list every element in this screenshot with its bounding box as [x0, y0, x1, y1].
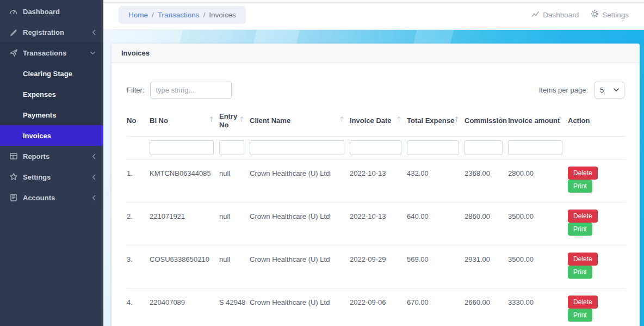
client-name-filter-input[interactable]	[250, 140, 344, 155]
chevron-left-icon	[92, 174, 96, 180]
column-header-bl-no[interactable]: Bl No	[150, 107, 219, 136]
invoice-amount-filter-input[interactable]	[508, 140, 562, 155]
column-header-client-name[interactable]: Client Name	[250, 107, 350, 136]
cell-commission: 2660.00	[465, 288, 508, 326]
sort-up-icon[interactable]	[397, 116, 401, 125]
sidebar-item-expenses[interactable]: Expenses	[0, 84, 103, 104]
delete-button[interactable]: Delete	[568, 210, 598, 223]
cell-expense: 432.00	[407, 159, 465, 202]
cell-no: 2.	[127, 202, 150, 245]
table-row: 3. COSU6338650210 null Crown Healthcare …	[127, 245, 626, 288]
sidebar-item-settings[interactable]: Settings	[0, 167, 103, 187]
content-area: Home / Transactions / Invoices Dashboard…	[103, 0, 644, 326]
breadcrumb-separator: /	[152, 11, 154, 19]
gauge-icon	[9, 7, 18, 16]
top-right-links: Dashboard Settings	[531, 10, 629, 20]
delete-button[interactable]: Delete	[568, 167, 598, 180]
column-header-invoice-amount[interactable]: Invoice amount	[508, 107, 568, 136]
cell-date: 2022-09-06	[350, 288, 407, 326]
delete-button[interactable]: Delete	[568, 296, 598, 309]
total-expense-filter-input[interactable]	[407, 140, 459, 155]
cell-client: Crown Healthcare (U) Ltd	[250, 288, 350, 326]
sidebar-item-label: Accounts	[23, 194, 55, 202]
print-button[interactable]: Print	[568, 223, 592, 236]
table-row: 4. 220407089 S 42948 Crown Healthcare (U…	[127, 288, 626, 326]
panel-title: Invoices	[112, 44, 640, 63]
sort-up-icon[interactable]	[239, 116, 244, 125]
cell-bl-no: COSU6338650210	[150, 245, 219, 288]
cell-date: 2022-10-13	[350, 202, 407, 245]
sidebar-item-payments[interactable]: Payments	[0, 104, 103, 125]
top-dashboard-link[interactable]: Dashboard	[531, 10, 579, 20]
sort-up-icon[interactable]	[454, 116, 459, 125]
sidebar-item-clearing-stage[interactable]: Clearing Stage	[0, 63, 103, 84]
sidebar-item-label: Registration	[23, 28, 64, 36]
invoices-table: No Bl No Entry No Client Name Invoice Da…	[127, 107, 626, 326]
delete-button[interactable]: Delete	[568, 253, 598, 266]
cell-bl-no: KMTCNB06344085	[150, 159, 219, 202]
cell-expense: 670.00	[407, 288, 465, 326]
gear-icon	[591, 10, 599, 20]
entry-no-filter-input[interactable]	[219, 140, 244, 155]
cell-no: 3.	[127, 245, 150, 288]
sidebar-item-label: Expenses	[23, 90, 56, 99]
filter-label: Filter:	[127, 86, 145, 94]
items-per-page-value: 5	[600, 86, 604, 94]
print-button[interactable]: Print	[568, 180, 592, 193]
sidebar-item-reports[interactable]: Reports	[0, 146, 103, 167]
cell-expense: 569.00	[407, 245, 465, 288]
sidebar-item-label: Clearing Stage	[23, 70, 72, 78]
table-row: 1. KMTCNB06344085 null Crown Healthcare …	[127, 159, 626, 202]
sidebar-item-label: Reports	[23, 152, 49, 161]
top-settings-label: Settings	[602, 11, 629, 19]
print-button[interactable]: Print	[568, 266, 592, 279]
sidebar-item-transactions[interactable]: Transactions	[0, 42, 103, 63]
column-header-invoice-date[interactable]: Invoice Date	[350, 107, 407, 136]
breadcrumb: Home / Transactions / Invoices	[119, 6, 246, 24]
sort-up-icon[interactable]	[498, 116, 503, 125]
cell-entry-no: null	[219, 245, 250, 288]
cell-no: 1.	[127, 159, 150, 202]
invoices-panel: Invoices Filter: Items per page: 5	[112, 44, 640, 326]
cell-amount: 3500.00	[508, 202, 568, 245]
sidebar-item-label: Transactions	[23, 49, 66, 57]
table-icon	[9, 152, 18, 161]
cell-entry-no: null	[219, 202, 250, 245]
global-filter-input[interactable]	[150, 82, 232, 99]
breadcrumb-home-link[interactable]: Home	[128, 11, 148, 19]
cell-commission: 2860.00	[465, 202, 508, 245]
sidebar-item-accounts[interactable]: Accounts	[0, 187, 103, 208]
table-row: 2. 221071921 null Crown Healthcare (U) L…	[127, 202, 626, 245]
sort-up-icon[interactable]	[339, 116, 344, 125]
column-header-entry-no[interactable]: Entry No	[219, 107, 250, 136]
column-header-action: Action	[568, 107, 626, 136]
invoice-date-filter-input[interactable]	[350, 140, 401, 155]
items-per-page-select[interactable]: 5	[595, 82, 624, 99]
cell-no: 4.	[127, 288, 150, 326]
breadcrumb-transactions-link[interactable]: Transactions	[158, 11, 200, 19]
chevron-left-icon	[92, 195, 96, 201]
breadcrumb-separator: /	[203, 11, 206, 19]
print-button[interactable]: Print	[568, 309, 592, 322]
bl-no-filter-input[interactable]	[150, 140, 214, 155]
cell-entry-no: S 42948	[219, 288, 250, 326]
journal-icon	[9, 193, 18, 202]
column-header-total-expense[interactable]: Total Expense	[407, 107, 465, 136]
sort-up-icon[interactable]	[209, 116, 214, 125]
sidebar-item-label: Dashboard	[23, 8, 60, 16]
column-header-commission[interactable]: Commission	[465, 107, 508, 136]
cell-commission: 2931.00	[465, 245, 508, 288]
commission-filter-input[interactable]	[465, 140, 503, 155]
sidebar-item-label: Payments	[23, 111, 56, 119]
sidebar: Dashboard Registration Transactions Clea…	[0, 0, 103, 326]
chevron-down-icon	[614, 88, 619, 92]
star-icon	[9, 173, 18, 182]
top-header-bar: Home / Transactions / Invoices Dashboard…	[103, 0, 644, 30]
sidebar-item-dashboard[interactable]: Dashboard	[0, 1, 103, 22]
top-dashboard-label: Dashboard	[543, 11, 579, 19]
sidebar-item-invoices-active[interactable]: Invoices	[0, 125, 103, 146]
sort-up-icon[interactable]	[558, 116, 562, 125]
top-settings-link[interactable]: Settings	[591, 10, 629, 20]
cell-amount: 3330.00	[508, 288, 568, 326]
sidebar-item-registration[interactable]: Registration	[0, 22, 103, 42]
